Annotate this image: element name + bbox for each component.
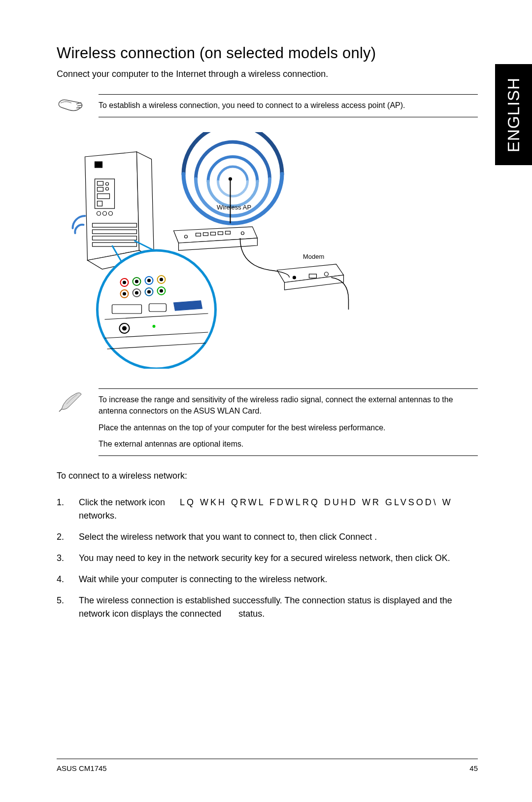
pen-note-icon bbox=[57, 388, 86, 416]
step-1-post: networks. bbox=[79, 511, 117, 521]
svg-point-33 bbox=[135, 280, 138, 283]
svg-point-34 bbox=[148, 279, 151, 282]
note-block-2: To increase the range and sensitivity of… bbox=[57, 388, 478, 456]
svg-rect-17 bbox=[196, 233, 201, 236]
svg-rect-18 bbox=[203, 233, 208, 236]
svg-rect-19 bbox=[211, 232, 216, 235]
svg-point-26 bbox=[325, 272, 329, 276]
step-5-pre: The wireless connection is established s… bbox=[79, 595, 452, 619]
language-label: ENGLISH bbox=[504, 77, 523, 152]
svg-rect-21 bbox=[226, 231, 231, 234]
svg-point-40 bbox=[123, 292, 126, 295]
svg-rect-2 bbox=[98, 181, 103, 185]
svg-rect-7 bbox=[98, 201, 102, 206]
svg-rect-11 bbox=[93, 223, 137, 227]
svg-point-42 bbox=[148, 290, 151, 293]
steps-list: Click the network iconLQ WKH QRWL FDWLRQ… bbox=[57, 496, 478, 621]
page-title: Wireless connection (on selected models … bbox=[57, 44, 478, 62]
footer-model: ASUS CM1745 bbox=[57, 764, 107, 772]
note-2-p2: Place the antennas on the top of your co… bbox=[99, 422, 478, 433]
svg-rect-20 bbox=[218, 232, 223, 235]
step-3: You may need to key in the network secur… bbox=[57, 552, 478, 565]
svg-point-49 bbox=[153, 325, 156, 328]
svg-point-43 bbox=[160, 289, 163, 292]
svg-point-41 bbox=[135, 291, 138, 294]
svg-point-32 bbox=[123, 281, 126, 284]
footer-page: 45 bbox=[469, 764, 478, 772]
note-block-1: To establish a wireless connection, you … bbox=[57, 94, 478, 117]
svg-rect-0 bbox=[95, 162, 102, 168]
steps-intro: To connect to a wireless network: bbox=[57, 471, 478, 481]
intro-text: Connect your computer to the Internet th… bbox=[57, 69, 478, 79]
svg-rect-25 bbox=[309, 274, 317, 278]
svg-point-5 bbox=[106, 187, 109, 190]
page-footer: ASUS CM1745 45 bbox=[57, 759, 478, 772]
step-2: Select the wireless network that you wan… bbox=[57, 530, 478, 544]
step-1-scrambled: LQ WKH QRWL FDWLRQ DUHD WR GLVSOD\ W bbox=[165, 497, 453, 507]
note-2-content: To increase the range and sensitivity of… bbox=[99, 388, 478, 456]
step-1: Click the network iconLQ WKH QRWL FDWLRQ… bbox=[57, 496, 478, 523]
svg-point-27 bbox=[98, 250, 216, 369]
step-5-post: status. bbox=[238, 609, 265, 619]
note-2-p3: The external antennas are optional items… bbox=[99, 438, 478, 450]
svg-rect-3 bbox=[98, 187, 103, 191]
svg-point-8 bbox=[97, 211, 101, 215]
connection-diagram: Wireless AP Modem bbox=[57, 132, 478, 369]
svg-point-4 bbox=[106, 182, 109, 185]
step-1-pre: Click the network icon bbox=[79, 497, 165, 507]
diagram-label-modem: Modem bbox=[303, 253, 324, 260]
note-1-content: To establish a wireless connection, you … bbox=[99, 94, 478, 117]
svg-rect-12 bbox=[93, 230, 137, 234]
hand-note-icon bbox=[57, 94, 86, 117]
svg-point-10 bbox=[109, 211, 113, 215]
svg-point-35 bbox=[160, 278, 163, 281]
diagram-label-ap: Wireless AP bbox=[217, 204, 251, 211]
step-5: The wireless connection is established s… bbox=[57, 594, 478, 621]
svg-point-24 bbox=[293, 276, 296, 279]
svg-rect-6 bbox=[98, 194, 110, 199]
svg-point-48 bbox=[123, 326, 127, 330]
language-tab: ENGLISH bbox=[495, 64, 532, 165]
svg-point-22 bbox=[185, 235, 188, 238]
step-4: Wait while your computer is connecting t… bbox=[57, 573, 478, 586]
svg-rect-13 bbox=[93, 236, 137, 240]
note-1-text: To establish a wireless connection, you … bbox=[99, 100, 478, 111]
svg-point-23 bbox=[241, 232, 244, 235]
svg-rect-14 bbox=[93, 243, 137, 246]
note-2-p1: To increase the range and sensitivity of… bbox=[99, 394, 478, 417]
svg-point-9 bbox=[103, 211, 107, 215]
svg-point-16 bbox=[229, 177, 232, 180]
